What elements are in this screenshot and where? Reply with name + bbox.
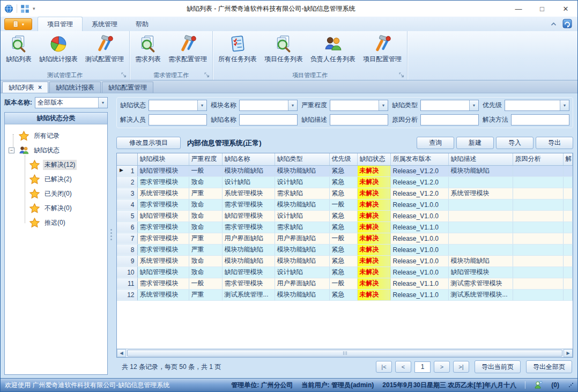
close-button[interactable]: ✕	[554, 1, 577, 17]
cell[interactable]	[513, 255, 563, 267]
cell[interactable]	[448, 233, 513, 244]
table-row[interactable]: ▶1缺陷管理模块一般模块功能缺陷模块功能缺陷紧急未解决Release_V1.2.…	[117, 165, 573, 176]
cell[interactable]	[563, 278, 573, 289]
cell[interactable]: 模块功能缺陷	[448, 165, 513, 176]
cell[interactable]: 未解决	[357, 233, 390, 244]
horizontal-scrollbar[interactable]: ◀ ▶	[117, 349, 573, 357]
cell[interactable]: Release_V1.2.0	[390, 176, 448, 188]
doc-tab-defect-config[interactable]: 缺陷配置管理	[102, 82, 153, 93]
tree-item-wont-fix[interactable]: 不解决(0)	[5, 201, 107, 216]
cell[interactable]: 系统管理模块	[222, 188, 275, 199]
cell[interactable]: 缺陷管理模块	[137, 210, 189, 221]
cell[interactable]: Release_V1.1.0	[390, 289, 448, 300]
cell[interactable]	[563, 289, 573, 300]
online-users-icon[interactable]	[534, 381, 543, 389]
scroll-left-icon[interactable]: ◀	[117, 349, 126, 357]
cell[interactable]	[513, 289, 563, 300]
modify-display-items-button[interactable]: 修改显示项目	[116, 137, 181, 149]
col-header-2[interactable]: 缺陷名称	[222, 153, 275, 165]
col-header-3[interactable]: 缺陷类型	[275, 153, 329, 165]
cell[interactable]: 模块功能缺陷	[275, 165, 329, 176]
row-indicator-cell[interactable]: 9	[117, 255, 137, 267]
tree-item-resolved[interactable]: 已解决(2)	[5, 172, 107, 187]
cell[interactable]: Release_V1.0.0	[390, 244, 448, 255]
cell[interactable]: 严重	[189, 244, 222, 255]
cell[interactable]: 需求管理模块	[137, 278, 189, 289]
cell[interactable]	[563, 255, 573, 267]
cell[interactable]	[513, 221, 563, 233]
cell[interactable]: 缺陷管理模块	[222, 267, 275, 278]
cell[interactable]: 致命	[189, 176, 222, 188]
chevron-down-icon[interactable]: ▼	[197, 100, 206, 110]
cell[interactable]	[513, 233, 563, 244]
row-indicator-cell[interactable]: 2	[117, 176, 137, 188]
filter-combo-module-name[interactable]: ▼	[239, 100, 298, 111]
cell[interactable]: 紧急	[329, 210, 357, 221]
cell[interactable]: 用户界面缺陷	[222, 233, 275, 244]
export-current-page-button[interactable]: 导出当前页	[475, 360, 521, 373]
col-header-4[interactable]: 优先级	[329, 153, 357, 165]
cell[interactable]	[563, 233, 573, 244]
defect-list-button[interactable]: 缺陷列表	[2, 32, 35, 65]
new-button[interactable]: 新建	[456, 137, 494, 149]
cell[interactable]: 紧急	[329, 289, 357, 300]
cell[interactable]: 未解决	[357, 221, 390, 233]
app-menu-button[interactable]: ▾	[4, 18, 32, 30]
defect-report-button[interactable]: 缺陷统计报表	[35, 32, 81, 65]
query-button[interactable]: 查询	[417, 137, 454, 149]
export-all-pages-button[interactable]: 导出全部页	[526, 360, 572, 373]
cell[interactable]	[513, 176, 563, 188]
all-tasks-button[interactable]: 所有任务列表	[214, 32, 261, 65]
cell[interactable]: 模块功能缺陷	[275, 255, 329, 267]
ribbon-tab-project[interactable]: 项目管理	[38, 17, 83, 31]
row-indicator-cell[interactable]: 10	[117, 267, 137, 278]
row-indicator-cell[interactable]: 11	[117, 278, 137, 289]
table-row[interactable]: 5缺陷管理模块致命缺陷管理模块设计缺陷紧急未解决Release_V1.0.0	[117, 210, 573, 221]
cell[interactable]: 设计缺陷	[222, 176, 275, 188]
cell[interactable]: 设计缺陷	[275, 210, 329, 221]
cell[interactable]	[563, 267, 573, 278]
cell[interactable]: 需求管理模块	[222, 278, 275, 289]
filter-combo-severity[interactable]: ▼	[330, 100, 388, 111]
cell[interactable]: Release_V1.0.0	[390, 199, 448, 210]
doc-tab-defect-report[interactable]: 缺陷统计报表	[49, 82, 101, 93]
requirement-list-button[interactable]: 需求列表	[131, 32, 165, 65]
cell[interactable]: 系统管理模块	[137, 255, 189, 267]
cell[interactable]	[563, 199, 573, 210]
cell[interactable]: 模块功能缺陷	[275, 289, 329, 300]
filter-input-resolver[interactable]	[149, 114, 207, 125]
cell[interactable]: 一般	[189, 278, 222, 289]
table-row[interactable]: 11需求管理模块一般需求管理模块用户界面缺陷一般未解决Release_V1.1.…	[117, 278, 573, 289]
row-indicator-cell[interactable]: 4	[117, 199, 137, 210]
maximize-button[interactable]: □	[530, 1, 554, 17]
cell[interactable]: 设计缺陷	[275, 267, 329, 278]
group-launcher-icon[interactable]	[121, 72, 127, 78]
cell[interactable]: 严重	[189, 233, 222, 244]
test-config-button[interactable]: 测试配置管理	[81, 32, 128, 65]
table-row[interactable]: 6需求管理模块致命需求管理模块需求缺陷紧急未解决Release_V1.1.0	[117, 221, 573, 233]
cell[interactable]	[563, 221, 573, 233]
cell[interactable]: 需求管理模块	[137, 244, 189, 255]
cell[interactable]: 设计缺陷	[275, 176, 329, 188]
cell[interactable]: 需求管理模块	[222, 221, 275, 233]
row-indicator-cell[interactable]: 5	[117, 210, 137, 221]
col-header-9[interactable]: 解决方法	[563, 153, 573, 165]
table-row[interactable]: 9系统管理模块致命模块功能缺陷模块功能缺陷紧急未解决Release_V1.0.0…	[117, 255, 573, 267]
cell[interactable]: 缺陷管理模块	[137, 267, 189, 278]
row-indicator-cell[interactable]: 3	[117, 188, 137, 199]
cell[interactable]: 致命	[189, 210, 222, 221]
cell[interactable]: 紧急	[329, 267, 357, 278]
chevron-down-icon[interactable]: ▼	[560, 100, 569, 110]
row-indicator-cell[interactable]: 8	[117, 244, 137, 255]
cell[interactable]: 未解决	[357, 199, 390, 210]
close-tab-icon[interactable]: ×	[38, 84, 42, 91]
project-config-button[interactable]: 项目配置管理	[359, 32, 405, 65]
cell[interactable]: 测试需求管理模块	[448, 278, 513, 289]
cell[interactable]: 模块功能缺陷	[275, 244, 329, 255]
cell[interactable]: 系统管理模块	[137, 188, 189, 199]
cell[interactable]: 紧急	[329, 221, 357, 233]
row-indicator-cell[interactable]: ▶1	[117, 165, 137, 176]
cell[interactable]: 紧急	[329, 244, 357, 255]
project-tasks-button[interactable]: 项目任务列表	[261, 32, 307, 65]
table-row[interactable]: 3系统管理模块严重系统管理模块需求缺陷紧急未解决Release_V1.2.0系统…	[117, 188, 573, 199]
